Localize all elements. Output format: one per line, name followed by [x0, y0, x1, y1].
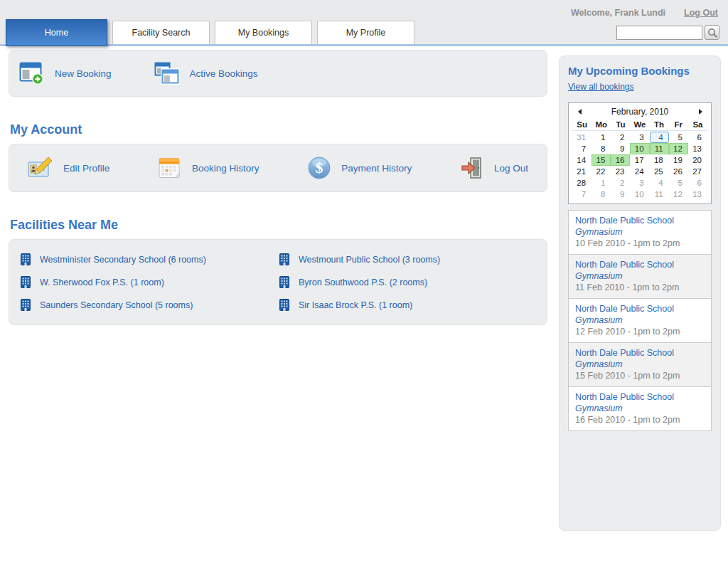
- facility-link[interactable]: Byron Southwood P.S. (2 rooms): [299, 277, 427, 287]
- facility-item: W. Sherwood Fox P.S. (1 room): [19, 276, 278, 288]
- calendar-next-month-button[interactable]: [695, 107, 705, 116]
- calendar-weekday-label: Th: [650, 120, 669, 130]
- facility-link[interactable]: Westminister Secondary School (6 rooms): [40, 255, 206, 265]
- facilities-heading: Facilities Near Me: [10, 218, 547, 233]
- edit-profile-button[interactable]: Edit Profile: [28, 157, 109, 179]
- calendar-day[interactable]: 5: [669, 177, 688, 189]
- calendar-day[interactable]: 6: [688, 132, 707, 143]
- calendar-day[interactable]: 5: [669, 132, 688, 143]
- calendar-day[interactable]: 22: [592, 166, 611, 177]
- calendar-day[interactable]: 19: [669, 154, 688, 166]
- calendar-day[interactable]: 1: [592, 132, 611, 143]
- building-icon: [21, 253, 31, 265]
- calendar-day[interactable]: 2: [611, 177, 630, 189]
- calendar: February, 2010 SuMoTuWeThFrSa 3112345678…: [568, 102, 712, 204]
- calendar-day[interactable]: 8: [592, 189, 611, 200]
- calendar-day[interactable]: 7: [572, 143, 592, 154]
- calendar-day[interactable]: 23: [611, 166, 630, 177]
- calendar-day[interactable]: 13: [688, 143, 707, 154]
- booking-facility-link[interactable]: North Dale Public School: [575, 303, 705, 314]
- building-icon: [279, 299, 289, 311]
- calendar-day[interactable]: 1: [592, 177, 611, 189]
- calendar-prev-month-button[interactable]: [574, 107, 584, 116]
- calendar-day-booked[interactable]: 11: [650, 143, 669, 154]
- tab-my-profile[interactable]: My Profile: [317, 21, 414, 44]
- calendar-day[interactable]: 18: [650, 154, 669, 166]
- calendar-day[interactable]: 26: [669, 166, 688, 177]
- payment-history-button[interactable]: $Payment History: [307, 156, 412, 180]
- payment-history-icon: $: [307, 156, 331, 180]
- calendar-day[interactable]: 28: [572, 177, 592, 189]
- calendar-day[interactable]: 27: [688, 166, 707, 177]
- booking-datetime-label: 16 Feb 2010 - 1pm to 2pm: [575, 414, 705, 425]
- calendar-weekday-label: Fr: [669, 120, 688, 130]
- calendar-day-booked[interactable]: 10: [630, 143, 649, 154]
- booking-facility-link[interactable]: North Dale Public School: [575, 259, 705, 270]
- calendar-day[interactable]: 4: [650, 177, 669, 189]
- new-booking-icon: [19, 62, 45, 85]
- calendar-day[interactable]: 31: [572, 132, 592, 143]
- booking-datetime-label: 11 Feb 2010 - 1pm to 2pm: [575, 282, 705, 293]
- calendar-day[interactable]: 21: [572, 166, 592, 177]
- calendar-day[interactable]: 2: [611, 132, 630, 143]
- facility-link[interactable]: Sir Isaac Brock P.S. (1 room): [299, 300, 412, 310]
- facility-link[interactable]: Saunders Secondary School (5 rooms): [40, 300, 193, 310]
- view-all-bookings-link[interactable]: View all bookings: [568, 82, 634, 92]
- calendar-weekday-header: SuMoTuWeThFrSa: [572, 120, 707, 131]
- calendar-day[interactable]: 14: [572, 154, 592, 166]
- facility-item: Saunders Secondary School (5 rooms): [19, 299, 278, 311]
- calendar-day[interactable]: 20: [688, 154, 707, 166]
- calendar-day-booked[interactable]: 16: [611, 154, 630, 166]
- calendar-weekday-label: Su: [572, 120, 592, 130]
- main-content: New Booking Active Bookings My Account E…: [9, 50, 547, 531]
- tab-home[interactable]: Home: [6, 19, 107, 46]
- calendar-weekday-label: Tu: [611, 120, 630, 130]
- header-logout-link[interactable]: Log Out: [684, 8, 718, 18]
- calendar-day[interactable]: 6: [688, 177, 707, 189]
- log-out-button[interactable]: Log Out: [460, 157, 528, 179]
- calendar-weekday-label: We: [630, 120, 649, 130]
- calendar-day-today[interactable]: 4: [650, 132, 669, 143]
- calendar-day[interactable]: 24: [630, 166, 649, 177]
- calendar-day[interactable]: 11: [650, 189, 669, 200]
- calendar-day-booked[interactable]: 12: [669, 143, 688, 154]
- tab-my-bookings[interactable]: My Bookings: [215, 21, 312, 44]
- booking-history-icon: [158, 157, 182, 179]
- active-bookings-button[interactable]: Active Bookings: [154, 62, 258, 85]
- booking-history-button[interactable]: Booking History: [158, 157, 259, 179]
- booking-room-label: Gymnasium: [575, 359, 705, 370]
- search-button[interactable]: [705, 25, 719, 40]
- calendar-day[interactable]: 7: [572, 189, 592, 200]
- calendar-day[interactable]: 12: [669, 189, 688, 200]
- booking-facility-link[interactable]: North Dale Public School: [575, 391, 705, 403]
- booking-datetime-label: 15 Feb 2010 - 1pm to 2pm: [575, 370, 705, 381]
- calendar-day[interactable]: 9: [611, 143, 630, 154]
- calendar-day[interactable]: 17: [630, 154, 649, 166]
- facility-link[interactable]: W. Sherwood Fox P.S. (1 room): [40, 277, 164, 287]
- new-booking-label: New Booking: [55, 68, 112, 79]
- booking-room-label: Gymnasium: [575, 314, 705, 326]
- tab-facility-search[interactable]: Facility Search: [112, 21, 210, 44]
- new-booking-button[interactable]: New Booking: [19, 62, 112, 85]
- calendar-month-label: February, 2010: [584, 107, 695, 117]
- building-icon: [279, 276, 289, 288]
- calendar-weekday-label: Sa: [688, 120, 707, 130]
- calendar-day[interactable]: 25: [650, 166, 669, 177]
- calendar-day-booked[interactable]: 15: [592, 154, 611, 166]
- search-icon: [707, 27, 718, 38]
- calendar-day[interactable]: 3: [630, 132, 649, 143]
- active-bookings-icon: [154, 62, 180, 85]
- booking-item: North Dale Public SchoolGymnasium11 Feb …: [569, 255, 711, 299]
- calendar-day[interactable]: 3: [630, 177, 649, 189]
- booking-history-label: Booking History: [192, 163, 259, 174]
- booking-facility-link[interactable]: North Dale Public School: [575, 347, 705, 359]
- building-icon: [21, 276, 31, 288]
- booking-facility-link[interactable]: North Dale Public School: [575, 215, 705, 226]
- calendar-day[interactable]: 10: [630, 189, 649, 200]
- search-input[interactable]: [616, 26, 702, 40]
- booking-room-label: Gymnasium: [575, 403, 705, 414]
- calendar-day[interactable]: 13: [688, 189, 707, 200]
- facility-link[interactable]: Westmount Public School (3 rooms): [299, 255, 440, 265]
- calendar-day[interactable]: 9: [611, 189, 630, 200]
- calendar-day[interactable]: 8: [592, 143, 611, 154]
